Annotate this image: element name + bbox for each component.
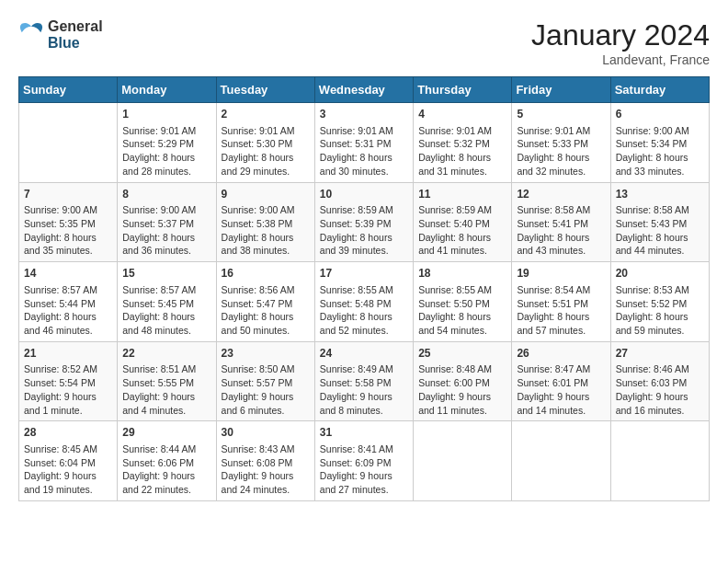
daylight-text: Daylight: 8 hours and 52 minutes. bbox=[320, 311, 392, 336]
sunset-text: Sunset: 6:09 PM bbox=[320, 457, 392, 468]
calendar-cell: 11Sunrise: 8:59 AMSunset: 5:40 PMDayligh… bbox=[414, 182, 512, 262]
calendar-cell: 2Sunrise: 9:01 AMSunset: 5:30 PMDaylight… bbox=[216, 103, 314, 183]
logo-text: General Blue bbox=[48, 18, 103, 52]
daylight-text: Daylight: 8 hours and 38 minutes. bbox=[222, 232, 294, 257]
day-number: 1 bbox=[122, 107, 210, 122]
day-number: 24 bbox=[320, 346, 408, 362]
calendar-cell: 7Sunrise: 9:00 AMSunset: 5:35 PMDaylight… bbox=[19, 182, 118, 262]
daylight-text: Daylight: 9 hours and 6 minutes. bbox=[222, 391, 294, 416]
day-number: 15 bbox=[122, 266, 210, 282]
sunset-text: Sunset: 5:44 PM bbox=[24, 298, 96, 309]
calendar-cell: 25Sunrise: 8:48 AMSunset: 6:00 PMDayligh… bbox=[414, 341, 512, 421]
logo-icon bbox=[18, 22, 44, 48]
sunrise-text: Sunrise: 8:56 AM bbox=[222, 284, 295, 295]
sunset-text: Sunset: 5:43 PM bbox=[616, 218, 688, 229]
day-number: 16 bbox=[222, 266, 310, 282]
calendar-cell: 29Sunrise: 8:44 AMSunset: 6:06 PMDayligh… bbox=[118, 421, 216, 501]
day-number: 2 bbox=[222, 107, 310, 122]
month-year-title: January 2024 bbox=[531, 18, 710, 52]
daylight-text: Daylight: 8 hours and 31 minutes. bbox=[418, 152, 491, 177]
daylight-text: Daylight: 8 hours and 50 minutes. bbox=[222, 311, 294, 336]
day-number: 6 bbox=[616, 107, 704, 122]
day-number: 12 bbox=[517, 187, 605, 202]
day-number: 23 bbox=[222, 346, 310, 362]
calendar-cell: 19Sunrise: 8:54 AMSunset: 5:51 PMDayligh… bbox=[512, 262, 610, 342]
daylight-text: Daylight: 9 hours and 16 minutes. bbox=[616, 391, 688, 416]
sunrise-text: Sunrise: 9:00 AM bbox=[122, 204, 196, 215]
day-number: 26 bbox=[517, 346, 605, 362]
sunrise-text: Sunrise: 9:01 AM bbox=[222, 125, 295, 136]
calendar-cell: 18Sunrise: 8:55 AMSunset: 5:50 PMDayligh… bbox=[414, 262, 512, 342]
calendar-cell: 22Sunrise: 8:51 AMSunset: 5:55 PMDayligh… bbox=[118, 341, 216, 421]
daylight-text: Daylight: 9 hours and 1 minute. bbox=[24, 391, 97, 416]
sunrise-text: Sunrise: 8:47 AM bbox=[517, 363, 590, 374]
logo-blue: Blue bbox=[48, 35, 103, 52]
day-number: 20 bbox=[616, 266, 704, 282]
daylight-text: Daylight: 8 hours and 46 minutes. bbox=[24, 311, 97, 336]
calendar-cell: 15Sunrise: 8:57 AMSunset: 5:45 PMDayligh… bbox=[118, 262, 216, 342]
sunrise-text: Sunrise: 8:58 AM bbox=[517, 204, 590, 215]
sunrise-text: Sunrise: 8:50 AM bbox=[222, 363, 295, 374]
day-number: 14 bbox=[24, 266, 112, 282]
day-number: 9 bbox=[222, 187, 310, 202]
sunset-text: Sunset: 5:54 PM bbox=[24, 377, 96, 388]
calendar-cell: 30Sunrise: 8:43 AMSunset: 6:08 PMDayligh… bbox=[216, 421, 314, 501]
sunset-text: Sunset: 5:50 PM bbox=[418, 298, 490, 309]
daylight-text: Daylight: 8 hours and 57 minutes. bbox=[517, 311, 589, 336]
calendar-cell: 28Sunrise: 8:45 AMSunset: 6:04 PMDayligh… bbox=[19, 421, 118, 501]
sunrise-text: Sunrise: 9:01 AM bbox=[418, 125, 492, 136]
sunrise-text: Sunrise: 8:57 AM bbox=[24, 284, 97, 295]
calendar-cell: 27Sunrise: 8:46 AMSunset: 6:03 PMDayligh… bbox=[610, 341, 709, 421]
day-number: 18 bbox=[418, 266, 506, 282]
sunrise-text: Sunrise: 9:00 AM bbox=[24, 204, 97, 215]
sunrise-text: Sunrise: 8:48 AM bbox=[418, 363, 492, 374]
daylight-text: Daylight: 8 hours and 54 minutes. bbox=[418, 311, 491, 336]
calendar-cell: 4Sunrise: 9:01 AMSunset: 5:32 PMDaylight… bbox=[414, 103, 512, 183]
location-label: Landevant, France bbox=[531, 52, 710, 67]
sunset-text: Sunset: 5:47 PM bbox=[222, 298, 293, 309]
calendar-cell: 1Sunrise: 9:01 AMSunset: 5:29 PMDaylight… bbox=[118, 103, 216, 183]
sunset-text: Sunset: 5:45 PM bbox=[122, 298, 194, 309]
day-number: 8 bbox=[122, 187, 210, 202]
sunrise-text: Sunrise: 8:43 AM bbox=[222, 443, 295, 454]
calendar-cell: 17Sunrise: 8:55 AMSunset: 5:48 PMDayligh… bbox=[314, 262, 413, 342]
daylight-text: Daylight: 8 hours and 44 minutes. bbox=[616, 232, 688, 257]
daylight-text: Daylight: 8 hours and 36 minutes. bbox=[122, 232, 195, 257]
sunrise-text: Sunrise: 8:55 AM bbox=[320, 284, 393, 295]
daylight-text: Daylight: 9 hours and 11 minutes. bbox=[418, 391, 491, 416]
calendar-cell: 3Sunrise: 9:01 AMSunset: 5:31 PMDaylight… bbox=[314, 103, 413, 183]
day-number: 17 bbox=[320, 266, 408, 282]
day-number: 19 bbox=[517, 266, 605, 282]
day-number: 3 bbox=[320, 107, 408, 122]
day-number: 13 bbox=[616, 187, 704, 202]
calendar-cell: 23Sunrise: 8:50 AMSunset: 5:57 PMDayligh… bbox=[216, 341, 314, 421]
col-tuesday: Tuesday bbox=[216, 77, 314, 103]
sunrise-text: Sunrise: 8:54 AM bbox=[517, 284, 590, 295]
logo-general: General bbox=[48, 18, 103, 35]
sunrise-text: Sunrise: 8:58 AM bbox=[616, 204, 689, 215]
sunset-text: Sunset: 5:55 PM bbox=[122, 377, 194, 388]
day-number: 31 bbox=[320, 425, 408, 441]
daylight-text: Daylight: 9 hours and 27 minutes. bbox=[320, 470, 392, 495]
page-header: General Blue January 2024 Landevant, Fra… bbox=[18, 18, 710, 67]
calendar-week-5: 28Sunrise: 8:45 AMSunset: 6:04 PMDayligh… bbox=[19, 421, 710, 501]
sunrise-text: Sunrise: 8:45 AM bbox=[24, 443, 97, 454]
sunset-text: Sunset: 5:52 PM bbox=[616, 298, 688, 309]
daylight-text: Daylight: 9 hours and 19 minutes. bbox=[24, 470, 97, 495]
day-number: 29 bbox=[122, 425, 210, 441]
day-number: 25 bbox=[418, 346, 506, 362]
day-number: 10 bbox=[320, 187, 408, 202]
col-saturday: Saturday bbox=[610, 77, 709, 103]
sunrise-text: Sunrise: 9:01 AM bbox=[320, 125, 393, 136]
sunset-text: Sunset: 6:00 PM bbox=[418, 377, 490, 388]
calendar-cell: 26Sunrise: 8:47 AMSunset: 6:01 PMDayligh… bbox=[512, 341, 610, 421]
sunrise-text: Sunrise: 9:00 AM bbox=[222, 204, 295, 215]
calendar-week-4: 21Sunrise: 8:52 AMSunset: 5:54 PMDayligh… bbox=[19, 341, 710, 421]
sunset-text: Sunset: 5:30 PM bbox=[222, 138, 293, 149]
sunrise-text: Sunrise: 9:00 AM bbox=[616, 125, 689, 136]
sunset-text: Sunset: 5:41 PM bbox=[517, 218, 588, 229]
daylight-text: Daylight: 8 hours and 48 minutes. bbox=[122, 311, 195, 336]
calendar-week-1: 1Sunrise: 9:01 AMSunset: 5:29 PMDaylight… bbox=[19, 103, 710, 183]
sunrise-text: Sunrise: 9:01 AM bbox=[517, 125, 590, 136]
daylight-text: Daylight: 8 hours and 35 minutes. bbox=[24, 232, 97, 257]
